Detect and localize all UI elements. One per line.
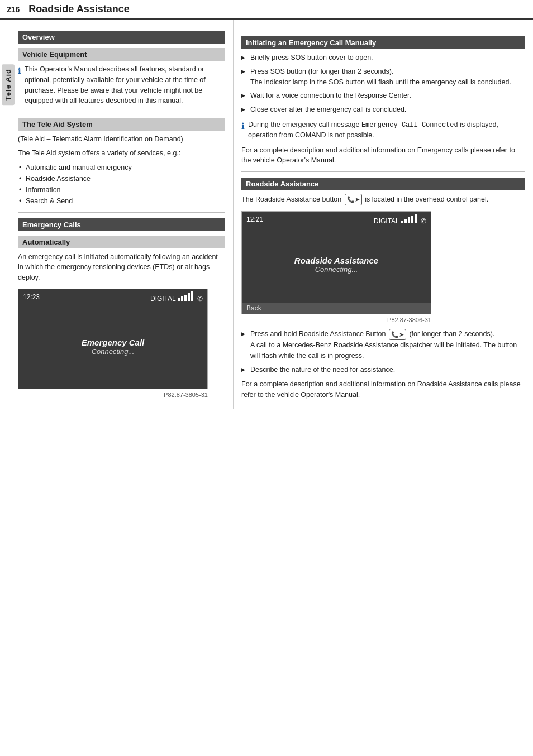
left-column: Overview Vehicle Equipment ℹ This Operat… bbox=[16, 20, 234, 409]
page-header: 216 Roadside Assistance bbox=[0, 0, 533, 20]
page-body: Tele Aid Overview Vehicle Equipment ℹ Th… bbox=[0, 20, 533, 409]
signal-bars2 bbox=[401, 214, 417, 223]
screen2-signal-label: DIGITAL bbox=[374, 217, 399, 225]
vehicle-equipment-block: ℹ This Operator's Manual describes all f… bbox=[18, 64, 225, 106]
screen2-signal: DIGITAL ✆ bbox=[374, 214, 426, 225]
screen2-main-text: Roadside Assistance bbox=[294, 256, 378, 265]
screen2-body: Roadside Assistance Connecting... bbox=[242, 227, 431, 303]
screen2-status-bar: 12:21 DIGITAL ✆ bbox=[242, 212, 431, 227]
screen2-back[interactable]: Back bbox=[246, 304, 261, 312]
bar2 bbox=[181, 296, 183, 301]
initiating-steps-list: Briefly press SOS button cover to open. … bbox=[241, 52, 525, 115]
emergency-calls-header: Emergency Calls bbox=[18, 218, 225, 231]
tele-aid-intro: (Tele Aid – Telematic Alarm Identificati… bbox=[18, 134, 225, 145]
automatically-body: An emergency call is initiated automatic… bbox=[18, 252, 225, 283]
list-item: Automatic and manual emergency bbox=[18, 162, 225, 173]
overview-header: Overview bbox=[18, 31, 225, 44]
info-icon2: ℹ bbox=[241, 120, 245, 141]
bar3 bbox=[184, 295, 187, 301]
list-item: Press SOS button (for longer than 2 seco… bbox=[241, 66, 525, 88]
roadside-button-icon: 📞➤ bbox=[345, 194, 362, 205]
roadside-icon2: 📞➤ bbox=[389, 329, 406, 341]
screen2-footer: Back bbox=[242, 303, 431, 314]
initiating-header: Initiating an Emergency Call Manually bbox=[241, 36, 525, 49]
signal-bars bbox=[178, 291, 193, 301]
divider3 bbox=[241, 171, 525, 172]
roadside-intro2-text: is located in the overhead control panel… bbox=[365, 195, 488, 203]
list-item: Press and hold Roadside Assistance Butto… bbox=[241, 329, 525, 361]
screen2-caption: P82.87-3806-31 bbox=[241, 317, 431, 323]
list-item: Information bbox=[18, 184, 225, 195]
page-number: 216 bbox=[7, 5, 20, 14]
automatically-header: Automatically bbox=[18, 236, 225, 248]
initiating-info-text: During the emergency call message Emerge… bbox=[248, 119, 525, 141]
roadside-screen: 12:21 DIGITAL ✆ Roadside Assistance Conn… bbox=[241, 211, 431, 314]
screen1-status-bar: 12:23 DIGITAL ✆ bbox=[18, 289, 207, 305]
screen1-time: 12:23 bbox=[23, 293, 40, 301]
side-label: Tele Aid bbox=[2, 64, 15, 105]
bar1 bbox=[178, 298, 180, 301]
screen1-signal: DIGITAL ✆ bbox=[150, 291, 203, 303]
screen1-signal-label: DIGITAL bbox=[150, 295, 175, 303]
initiating-additional: For a complete description and additiona… bbox=[241, 145, 525, 166]
list-item: Close cover after the emergency call is … bbox=[241, 104, 525, 115]
side-label-col: Tele Aid bbox=[0, 20, 16, 409]
roadside-header: Roadside Assistance bbox=[241, 178, 525, 190]
right-column: Initiating an Emergency Call Manually Br… bbox=[234, 20, 533, 409]
roadside-additional: For a complete description and additiona… bbox=[241, 379, 525, 400]
tele-aid-body: The Tele Aid system offers a variety of … bbox=[18, 148, 225, 159]
list-item: Describe the nature of the need for assi… bbox=[241, 365, 525, 375]
tele-aid-header: The Tele Aid System bbox=[18, 118, 225, 131]
list-item: Wait for a voice connection to the Respo… bbox=[241, 90, 525, 101]
tele-aid-bullet-list: Automatic and manual emergency Roadside … bbox=[18, 162, 225, 207]
initiating-info-block: ℹ During the emergency call message Emer… bbox=[241, 119, 525, 141]
info-icon: ℹ bbox=[18, 65, 21, 106]
bar4 bbox=[411, 216, 413, 223]
inline-code: Emergency Call Connected bbox=[361, 121, 458, 129]
vehicle-equipment-text: This Operator's Manual describes all fea… bbox=[25, 64, 225, 106]
bar2 bbox=[404, 219, 407, 223]
emergency-call-screen: 12:23 DIGITAL ✆ Emergency Call Connectin… bbox=[18, 289, 208, 389]
roadside-step1: Press and hold Roadside Assistance Butto… bbox=[250, 330, 517, 360]
screen1-caption: P82.87-3805-31 bbox=[18, 391, 208, 398]
screen1-sub-text: Connecting... bbox=[92, 347, 135, 356]
roadside-intro-para: The Roadside Assistance button 📞➤ is loc… bbox=[241, 194, 525, 205]
list-item: Search & Send bbox=[18, 195, 225, 207]
bar4 bbox=[188, 293, 190, 301]
bar1 bbox=[401, 221, 403, 223]
list-item: Briefly press SOS button cover to open. bbox=[241, 52, 525, 63]
bar3 bbox=[408, 217, 410, 223]
list-item: Roadside Assistance bbox=[18, 173, 225, 184]
roadside-intro-text: The Roadside Assistance button bbox=[241, 195, 341, 203]
divider2 bbox=[18, 212, 225, 213]
bar5 bbox=[415, 214, 417, 223]
screen1-body: Emergency Call Connecting... bbox=[18, 305, 207, 389]
step2-text: Press SOS button (for longer than 2 seco… bbox=[250, 68, 511, 86]
screen2-time: 12:21 bbox=[246, 216, 263, 223]
roadside-steps-list: Press and hold Roadside Assistance Butto… bbox=[241, 329, 525, 375]
screen1-main-text: Emergency Call bbox=[82, 338, 145, 347]
page-title: Roadside Assistance bbox=[28, 3, 129, 15]
bar5 bbox=[191, 291, 193, 301]
screen2-sub-text: Connecting... bbox=[315, 265, 358, 274]
divider1 bbox=[18, 112, 225, 112]
vehicle-equipment-header: Vehicle Equipment bbox=[18, 48, 225, 61]
